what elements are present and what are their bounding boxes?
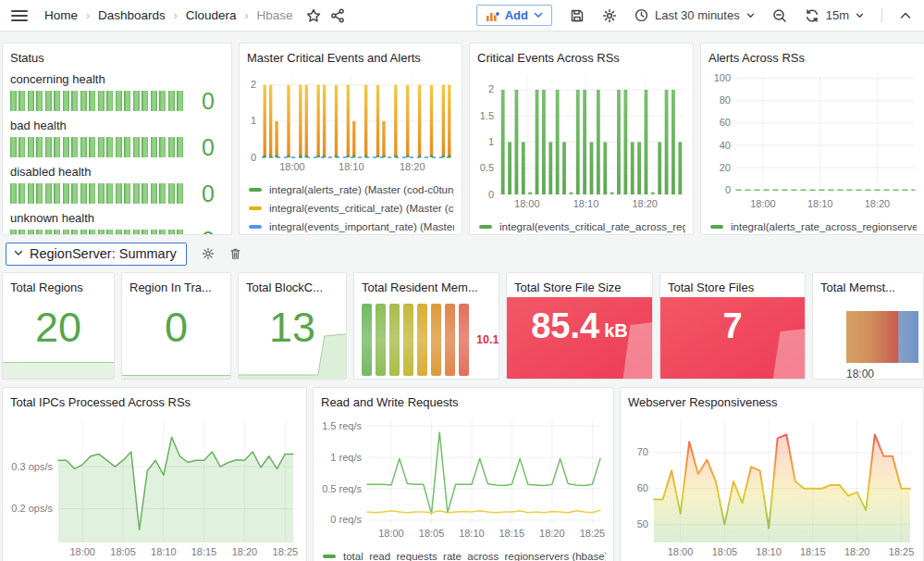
x-axis-label: 18:00 bbox=[846, 368, 916, 380]
breadcrumb-home[interactable]: Home bbox=[44, 8, 78, 22]
legend-item[interactable]: integral(events_important_rate) (Master … bbox=[249, 218, 454, 235]
svg-text:18:00: 18:00 bbox=[668, 546, 694, 557]
bar-gauge-segment bbox=[445, 304, 455, 376]
svg-text:0: 0 bbox=[251, 152, 256, 163]
svg-text:18:25: 18:25 bbox=[889, 546, 915, 557]
row-delete-trash-icon[interactable] bbox=[229, 247, 241, 260]
bar-chart[interactable]: 00.511.5218:0018:1018:20 bbox=[477, 67, 687, 211]
top-nav: Home › Dashboards › Cloudera › Hbase Add bbox=[0, 0, 924, 31]
stat-panel-total-regions: Total Regions 20 bbox=[2, 272, 115, 380]
legend-item[interactable]: integral(events_critical_rate) (Master (… bbox=[249, 199, 454, 218]
save-icon[interactable] bbox=[570, 8, 585, 23]
legend-swatch-icon bbox=[479, 225, 492, 229]
breadcrumb-current-hbase: Hbase bbox=[257, 8, 293, 22]
panel-title[interactable]: Status bbox=[10, 49, 224, 67]
legend-item[interactable]: integral(alerts_rate_across_regionserver… bbox=[710, 218, 917, 235]
area-chart[interactable]: 0.3 ops/s0.2 ops/s18:0018:0518:1018:1518… bbox=[10, 411, 301, 559]
stat-panel-total-blockcache: Total BlockC... 13 bbox=[238, 272, 347, 380]
panel-title[interactable]: Critical Events Across RSs bbox=[477, 49, 685, 67]
svg-text:18:00: 18:00 bbox=[69, 546, 95, 557]
svg-text:60: 60 bbox=[720, 117, 731, 128]
add-button-label: Add bbox=[505, 8, 528, 22]
line-chart[interactable]: 02040608010018:0018:1018:20 bbox=[708, 67, 918, 211]
svg-text:18:10: 18:10 bbox=[151, 546, 177, 557]
panel-read-write-requests: Read and Write Requests 0 req/s0.5 req/s… bbox=[313, 387, 614, 561]
line-chart[interactable]: 0 req/s0.5 req/s1 req/s1.5 req/s18:0018:… bbox=[321, 411, 608, 541]
svg-text:20: 20 bbox=[720, 162, 731, 173]
panel-master-critical-events: Master Critical Events and Alerts 01218:… bbox=[239, 43, 462, 235]
sparkline bbox=[3, 362, 114, 379]
svg-text:40: 40 bbox=[720, 140, 731, 151]
menu-icon[interactable] bbox=[11, 9, 28, 22]
row-title-label: RegionServer: Summary bbox=[30, 246, 177, 261]
legend-label: integral(events_important_rate) (Master … bbox=[269, 221, 454, 232]
area-chart[interactable]: 50607018:0018:0518:1018:1518:2018:25 bbox=[628, 411, 918, 559]
legend-label: integral(events_critical_rate) (Master (… bbox=[269, 203, 454, 214]
svg-text:2: 2 bbox=[251, 79, 256, 90]
svg-text:1 req/s: 1 req/s bbox=[330, 452, 362, 463]
svg-text:18:20: 18:20 bbox=[865, 198, 891, 209]
refresh-picker[interactable]: 15m bbox=[805, 8, 864, 23]
svg-text:60: 60 bbox=[637, 482, 648, 493]
svg-text:18:20: 18:20 bbox=[844, 546, 870, 557]
panel-title[interactable]: Webserver Responsiveness bbox=[628, 393, 916, 411]
panel-total-ipcs: Total IPCs Processed Across RSs 0.3 ops/… bbox=[2, 387, 307, 561]
legend-swatch-icon bbox=[249, 206, 262, 210]
legend-item[interactable]: total_read_requests_rate_across_regionse… bbox=[323, 547, 606, 561]
add-button[interactable]: Add bbox=[476, 5, 552, 26]
svg-text:18:05: 18:05 bbox=[419, 528, 445, 539]
svg-text:0.2 ops/s: 0.2 ops/s bbox=[11, 503, 53, 514]
stat-value: 0 bbox=[122, 305, 230, 351]
svg-text:18:10: 18:10 bbox=[459, 528, 485, 539]
dashboard-settings-gear-icon[interactable] bbox=[602, 8, 617, 23]
bar-gauge-segment bbox=[459, 304, 469, 376]
panel-title[interactable]: Total BlockC... bbox=[246, 279, 339, 296]
svg-text:18:10: 18:10 bbox=[339, 161, 364, 172]
panel-title[interactable]: Alerts Across RSs bbox=[708, 49, 917, 67]
svg-text:18:20: 18:20 bbox=[632, 198, 658, 209]
dashboard-row-header: RegionServer: Summary bbox=[6, 241, 918, 267]
panel-title[interactable]: Total Memst... bbox=[820, 279, 916, 296]
legend-label: integral(alerts_rate_across_regionserver… bbox=[731, 221, 917, 232]
breadcrumb-cloudera[interactable]: Cloudera bbox=[186, 8, 237, 22]
legend-item[interactable]: integral(events_critical_rate_across_reg… bbox=[479, 218, 685, 235]
svg-text:18:20: 18:20 bbox=[400, 161, 425, 172]
time-range-label: Last 30 minutes bbox=[655, 8, 740, 22]
legend-swatch-icon bbox=[710, 225, 723, 229]
stat-panel-total-store-file-size: Total Store File Size 85.4kB bbox=[506, 272, 653, 380]
share-icon[interactable] bbox=[330, 8, 345, 23]
legend-item[interactable]: integral(alerts_rate) (Master (cod-c0tun… bbox=[249, 181, 454, 199]
bar-gauge bbox=[10, 91, 185, 111]
breadcrumb-separator: › bbox=[86, 9, 90, 22]
dashboard-canvas: Status concerning health 0 bad health 0 … bbox=[0, 31, 924, 561]
panel-title[interactable]: Region In Tra... bbox=[129, 279, 223, 296]
svg-text:1: 1 bbox=[488, 136, 494, 147]
legend-label: total_read_requests_rate_across_regionse… bbox=[343, 551, 606, 561]
bar-chart[interactable]: 01218:0018:1018:20 bbox=[247, 67, 456, 174]
row-settings-gear-icon[interactable] bbox=[202, 247, 215, 260]
panel-alerts-rs: Alerts Across RSs 02040608010018:0018:10… bbox=[700, 43, 924, 235]
breadcrumb: Home › Dashboards › Cloudera › Hbase bbox=[44, 8, 293, 22]
status-gauge-row: concerning health 0 bbox=[10, 71, 224, 113]
zoom-out-icon[interactable] bbox=[772, 8, 787, 23]
panel-title[interactable]: Total Regions bbox=[10, 279, 106, 296]
stat-panel-total-resident-memory: Total Resident Mem... 10.1 GB bbox=[353, 272, 499, 380]
panel-critical-events-rs: Critical Events Across RSs 00.511.5218:0… bbox=[469, 43, 694, 235]
row-title-button[interactable]: RegionServer: Summary bbox=[6, 243, 187, 266]
svg-text:18:20: 18:20 bbox=[232, 546, 258, 557]
svg-text:18:10: 18:10 bbox=[573, 198, 599, 209]
panel-title[interactable]: Read and Write Requests bbox=[321, 393, 606, 411]
gauge-value: 0 bbox=[192, 181, 224, 206]
panel-title[interactable]: Master Critical Events and Alerts bbox=[247, 49, 454, 67]
svg-text:80: 80 bbox=[720, 94, 731, 106]
time-range-picker[interactable]: Last 30 minutes bbox=[634, 8, 755, 22]
panel-title[interactable]: Total IPCs Processed Across RSs bbox=[10, 393, 299, 411]
favorite-star-icon[interactable] bbox=[306, 8, 321, 23]
gauge-label: unknown health bbox=[10, 210, 224, 226]
legend-swatch-icon bbox=[323, 555, 336, 558]
nav-toolbar: Add Last 30 minutes 15m bbox=[476, 5, 911, 26]
panel-title[interactable]: Total Resident Mem... bbox=[362, 279, 491, 296]
breadcrumb-dashboards[interactable]: Dashboards bbox=[98, 8, 166, 22]
status-gauge-row: disabled health 0 bbox=[10, 164, 224, 206]
collapse-toolbar-chevron-icon[interactable] bbox=[900, 12, 911, 19]
